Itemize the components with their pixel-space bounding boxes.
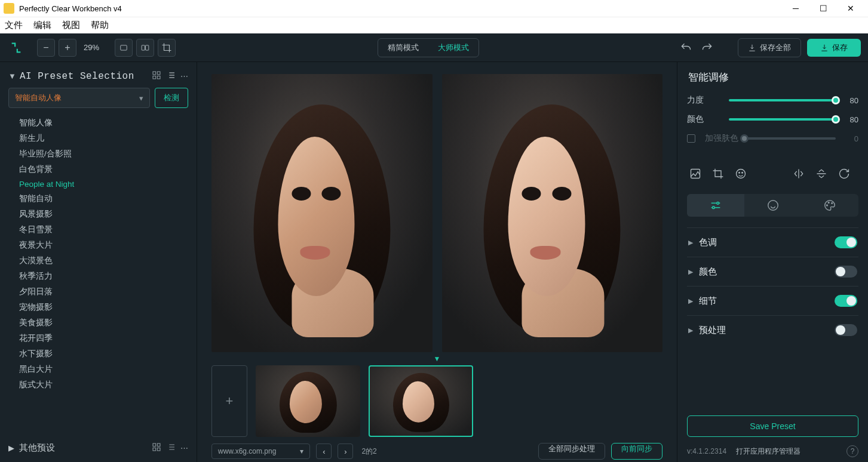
preset-item[interactable]: 风景摄影 — [19, 207, 188, 222]
preset-item[interactable]: 夕阳日落 — [19, 284, 188, 300]
preset-dropdown[interactable]: 智能自动人像 ▾ — [8, 88, 150, 108]
preset-item[interactable]: 美食摄影 — [19, 315, 188, 331]
save-label: 保存 — [832, 42, 848, 53]
adjustment-tabs — [687, 194, 858, 217]
tone-label: 色调 — [699, 237, 835, 248]
preset-item[interactable]: 水下摄影 — [19, 346, 188, 362]
sync-all-label: 全部同步处理 — [548, 444, 595, 453]
expand-icon: ▶ — [688, 268, 693, 276]
slider-strength[interactable]: 力度 80 — [687, 95, 858, 106]
svg-point-15 — [717, 202, 719, 205]
detail-label: 细节 — [699, 295, 835, 307]
menu-edit[interactable]: 编辑 — [33, 20, 51, 31]
undo-icon[interactable] — [677, 39, 695, 57]
slider-skin[interactable]: 加强肤色 0 — [687, 133, 858, 144]
mode-simple[interactable]: 精简模式 — [378, 39, 428, 57]
save-all-button[interactable]: 保存全部 — [738, 38, 801, 57]
list-view-icon-2[interactable] — [166, 442, 176, 454]
section-preprocess[interactable]: ▶ 预处理 — [687, 315, 858, 344]
detect-button[interactable]: 检测 — [155, 88, 188, 108]
save-button[interactable]: 保存 — [807, 39, 861, 57]
sync-forward-button[interactable]: 向前同步 — [611, 443, 662, 460]
preset-item[interactable]: 秋季活力 — [19, 269, 188, 284]
color-value: 80 — [842, 115, 858, 124]
tab-portrait-icon[interactable] — [744, 194, 802, 217]
rotate-icon[interactable] — [836, 165, 852, 182]
maximize-button[interactable]: ☐ — [809, 0, 837, 17]
redo-icon[interactable] — [698, 39, 716, 57]
preset-item[interactable]: 黑白大片 — [19, 362, 188, 377]
after-image[interactable] — [442, 74, 663, 352]
svg-point-16 — [712, 207, 714, 209]
color-toggle[interactable] — [835, 266, 857, 278]
section-color[interactable]: ▶ 颜色 — [687, 257, 858, 286]
open-manager-link[interactable]: 打开应用程序管理器 — [736, 446, 800, 457]
list-view-icon[interactable] — [166, 70, 176, 82]
histogram-icon[interactable] — [687, 165, 704, 182]
flip-h-icon[interactable] — [790, 165, 807, 182]
save-preset-button[interactable]: Save Preset — [687, 415, 858, 437]
add-image-button[interactable]: + — [211, 365, 247, 437]
preset-item[interactable]: 新生儿 — [19, 131, 188, 146]
help-icon[interactable]: ? — [846, 445, 858, 457]
sync-all-button[interactable]: 全部同步处理 — [538, 443, 605, 460]
chevron-down-icon: ▾ — [300, 447, 303, 455]
next-button[interactable]: › — [338, 443, 353, 459]
grid-view-icon[interactable] — [152, 70, 161, 82]
detail-toggle[interactable] — [835, 295, 857, 307]
section-detail[interactable]: ▶ 细节 — [687, 286, 858, 315]
svg-rect-6 — [157, 76, 160, 79]
section-color-label: 颜色 — [699, 266, 835, 278]
preset-item[interactable]: 花开四季 — [19, 331, 188, 346]
zoom-in-button[interactable]: + — [59, 39, 76, 57]
preprocess-toggle[interactable] — [835, 324, 857, 336]
section-tone[interactable]: ▶ 色调 — [687, 227, 858, 257]
collapse-icon[interactable]: ▼ — [8, 72, 16, 81]
minimize-button[interactable]: ─ — [782, 0, 809, 17]
view-single-icon[interactable] — [115, 39, 133, 57]
before-image[interactable] — [211, 74, 433, 352]
preset-item[interactable]: 宠物摄影 — [19, 300, 188, 315]
close-button[interactable]: ✕ — [837, 0, 864, 17]
preset-item[interactable]: 冬日雪景 — [19, 222, 188, 238]
preset-item[interactable]: 白色背景 — [19, 162, 188, 177]
menu-help[interactable]: 帮助 — [91, 20, 109, 31]
crop-tool-icon[interactable] — [710, 165, 726, 182]
center-panel: ▼ + www.x6g.com.png ▾ ‹ › 2的2 全部同步处理 向前同… — [197, 62, 677, 462]
filename-label: www.x6g.com.png — [218, 447, 276, 455]
menubar: 文件 编辑 视图 帮助 — [0, 17, 868, 33]
flip-v-icon[interactable] — [813, 165, 830, 182]
menu-view[interactable]: 视图 — [62, 20, 80, 31]
expand-icon: ▶ — [688, 327, 693, 334]
grid-view-icon-2[interactable] — [152, 442, 161, 454]
expand-icon[interactable]: ▶ — [8, 443, 14, 452]
preset-item[interactable]: 版式大片 — [19, 377, 188, 393]
preset-item[interactable]: 智能人像 — [19, 115, 188, 131]
preset-item[interactable]: People at Night — [19, 177, 188, 191]
tab-palette-icon[interactable] — [801, 194, 858, 217]
preset-item[interactable]: 智能自动 — [19, 191, 188, 207]
preset-item[interactable]: 大漠景色 — [19, 253, 188, 269]
main-toolbar: − + 29% 精简模式 大师模式 保存全部 保存 — [0, 33, 868, 62]
more-icon[interactable]: ⋯ — [180, 72, 188, 81]
filename-dropdown[interactable]: www.x6g.com.png ▾ — [211, 443, 310, 459]
tab-sliders-icon[interactable] — [687, 194, 744, 217]
preset-item[interactable]: 夜景大片 — [19, 238, 188, 253]
thumbnail-2[interactable] — [369, 365, 473, 437]
crop-icon[interactable] — [158, 39, 176, 57]
thumbnail-1[interactable] — [256, 365, 360, 437]
slider-color[interactable]: 颜色 80 — [687, 114, 858, 125]
prev-button[interactable]: ‹ — [316, 443, 332, 459]
preset-item[interactable]: 毕业照/合影照 — [19, 146, 188, 162]
zoom-out-button[interactable]: − — [37, 39, 55, 57]
mode-master[interactable]: 大师模式 — [428, 39, 479, 57]
tone-toggle[interactable] — [835, 236, 857, 248]
skin-checkbox[interactable] — [687, 134, 695, 143]
more-icon-2[interactable]: ⋯ — [180, 443, 188, 452]
menu-file[interactable]: 文件 — [5, 20, 23, 31]
app-logo-icon[interactable] — [7, 39, 25, 57]
view-split-icon[interactable] — [136, 39, 154, 57]
svg-point-12 — [737, 170, 746, 178]
face-icon[interactable] — [732, 165, 749, 182]
expand-icon: ▶ — [688, 239, 693, 247]
